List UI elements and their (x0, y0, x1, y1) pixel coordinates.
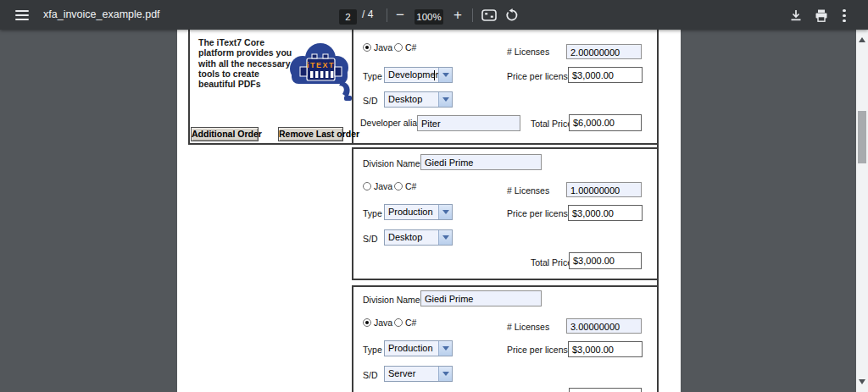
additional-order-button[interactable]: Additional Order (191, 127, 259, 141)
sd-label: S/D (363, 370, 378, 380)
sd-dropdown[interactable]: Server (384, 366, 453, 382)
division-name-label: Division Name (363, 158, 420, 168)
sd-dropdown-value: Server (388, 368, 415, 378)
zoom-level-display: 100% (415, 9, 443, 25)
division-name-field[interactable]: Giedi Prime (420, 290, 542, 306)
developer-alias-field[interactable]: Piter (417, 115, 520, 131)
vertical-scrollbar[interactable] (856, 30, 868, 392)
document-title: xfa_invoice_example.pdf (43, 0, 160, 30)
sd-dropdown[interactable]: Desktop (384, 91, 453, 108)
csharp-radio[interactable] (394, 43, 403, 52)
licenses-label: # Licenses (507, 185, 549, 196)
type-dropdown[interactable]: Production (384, 204, 453, 220)
scroll-up-icon[interactable] (859, 34, 865, 42)
viewer-toolbar: xfa_invoice_example.pdf 2 / 4 − 100% + (0, 0, 868, 30)
price-per-license-field[interactable]: $3,000.00 (568, 205, 643, 221)
toolbar-divider (387, 8, 387, 22)
dropdown-arrow-icon[interactable] (438, 92, 452, 107)
sd-dropdown-value: Desktop (388, 94, 422, 104)
division-name-field[interactable]: Giedi Prime (420, 154, 542, 170)
price-per-license-field[interactable]: $3,000.00 (568, 67, 643, 83)
total-price-field[interactable]: $6,000.00 (569, 114, 642, 131)
licenses-field[interactable]: 2.00000000 (566, 44, 642, 59)
print-icon[interactable] (815, 9, 828, 25)
java-radio-label: Java (374, 181, 392, 191)
csharp-radio-label: C# (405, 181, 416, 191)
java-radio[interactable] (363, 182, 371, 190)
java-radio-label: Java (374, 317, 392, 328)
fit-page-icon[interactable] (481, 9, 497, 25)
zoom-in-button[interactable]: + (451, 0, 465, 30)
remove-last-order-button[interactable]: Remove Last order (278, 127, 343, 141)
page-count-label: / 4 (362, 0, 373, 30)
price-per-license-label: Price per license (507, 71, 573, 81)
java-radio-label: Java (374, 42, 392, 52)
dropdown-arrow-icon[interactable] (438, 367, 452, 381)
type-dropdown-value: Development (388, 69, 443, 80)
type-dropdown[interactable]: Development (384, 67, 453, 83)
sd-label: S/D (363, 96, 378, 106)
total-price-field[interactable]: $3,000.00 (569, 252, 642, 269)
sd-dropdown-value: Desktop (388, 232, 422, 242)
sd-label: S/D (363, 234, 378, 244)
type-label: Type (363, 345, 382, 355)
type-dropdown[interactable]: Production (384, 340, 453, 356)
java-radio[interactable] (363, 318, 371, 327)
licenses-field[interactable]: 3.00000000 (566, 318, 642, 334)
sd-dropdown[interactable]: Desktop (384, 229, 453, 246)
more-options-icon[interactable] (840, 7, 849, 25)
pdf-viewer-window: xfa_invoice_example.pdf 2 / 4 − 100% + (0, 0, 868, 392)
total-price-field-partial[interactable] (569, 388, 642, 392)
svg-text:iTEXT: iTEXT (307, 61, 335, 69)
rotate-icon[interactable] (505, 8, 519, 25)
dropdown-arrow-icon[interactable] (438, 68, 452, 82)
csharp-radio[interactable] (394, 182, 403, 190)
csharp-radio[interactable] (394, 318, 403, 327)
price-per-license-label: Price per license (507, 208, 573, 218)
type-dropdown-value: Production (388, 343, 433, 353)
menu-icon[interactable] (15, 10, 29, 23)
pdf-page: The iText7 Core platform provides you wi… (177, 30, 681, 392)
total-price-label: Total Price (531, 119, 572, 129)
dropdown-arrow-icon[interactable] (438, 205, 452, 219)
scroll-down-icon[interactable] (859, 379, 865, 388)
zoom-out-button[interactable]: − (393, 0, 407, 30)
dropdown-arrow-icon[interactable] (438, 341, 452, 356)
type-label: Type (363, 208, 382, 218)
toolbar-divider (472, 8, 473, 22)
page-number-input[interactable]: 2 (339, 9, 357, 25)
licenses-field[interactable]: 1.00000000 (566, 182, 642, 197)
price-per-license-label: Price per license (507, 345, 573, 355)
division-name-label: Division Name (363, 295, 420, 305)
type-label: Type (363, 71, 382, 81)
java-radio[interactable] (363, 43, 371, 52)
dropdown-arrow-icon[interactable] (438, 230, 452, 245)
text-caret (434, 70, 435, 80)
total-price-label: Total Price (531, 257, 572, 268)
developer-alias-label: Developer alias (360, 118, 421, 128)
csharp-radio-label: C# (405, 42, 416, 52)
licenses-label: # Licenses (507, 322, 549, 332)
scrollbar-thumb[interactable] (858, 111, 866, 163)
price-per-license-field[interactable]: $3,000.00 (568, 341, 643, 357)
csharp-radio-label: C# (405, 317, 416, 328)
intro-text: The iText7 Core platform provides you wi… (198, 37, 292, 89)
type-dropdown-value: Production (388, 207, 433, 217)
licenses-label: # Licenses (507, 47, 549, 57)
itext-logo: iTEXT (284, 40, 355, 108)
download-icon[interactable] (789, 9, 803, 25)
